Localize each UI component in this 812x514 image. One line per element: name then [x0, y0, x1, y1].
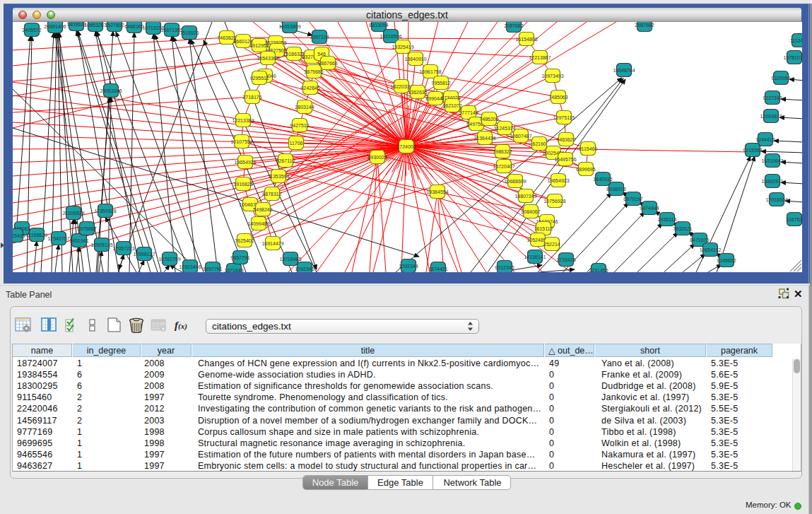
- svg-text:7955812: 7955812: [431, 81, 450, 86]
- svg-text:1724007: 1724007: [396, 144, 416, 149]
- svg-text:19654925: 19654925: [234, 160, 256, 165]
- svg-text:9245652: 9245652: [717, 258, 736, 263]
- svg-text:10607487: 10607487: [510, 134, 531, 139]
- svg-text:13640910: 13640910: [404, 57, 426, 62]
- svg-text:9215958: 9215958: [743, 148, 762, 153]
- svg-text:12093873: 12093873: [760, 114, 782, 119]
- svg-text:8878312: 8878312: [262, 192, 281, 197]
- svg-text:1874421: 1874421: [428, 267, 447, 271]
- svg-text:18220337: 18220337: [390, 84, 412, 89]
- svg-text:7357224: 7357224: [310, 35, 329, 40]
- svg-text:3875685: 3875685: [304, 69, 323, 74]
- svg-text:16154808: 16154808: [515, 37, 537, 42]
- svg-text:10653287: 10653287: [84, 23, 106, 28]
- svg-text:10654112: 10654112: [700, 247, 722, 252]
- svg-text:10107552: 10107552: [230, 139, 252, 144]
- svg-text:546: 546: [317, 52, 326, 57]
- svg-text:18807249: 18807249: [514, 194, 536, 199]
- svg-text:15720407: 15720407: [493, 164, 514, 169]
- svg-text:17957223: 17957223: [112, 246, 134, 251]
- svg-text:9115460: 9115460: [579, 146, 598, 151]
- svg-text:9427512: 9427512: [290, 123, 309, 128]
- svg-text:1403633: 1403633: [66, 22, 86, 27]
- svg-text:10756928: 10756928: [543, 199, 565, 204]
- svg-text:9657791: 9657791: [230, 255, 249, 260]
- svg-text:16210643: 16210643: [761, 158, 783, 163]
- svg-text:8938918: 8938918: [606, 187, 625, 192]
- svg-text:15495756: 15495756: [554, 157, 576, 162]
- svg-text:1292344: 1292344: [399, 264, 418, 269]
- svg-text:7515526: 7515526: [180, 30, 199, 35]
- svg-text:12975115: 12975115: [553, 115, 575, 120]
- svg-text:19384554: 19384554: [426, 189, 448, 194]
- svg-text:8930023: 8930023: [367, 155, 387, 160]
- svg-text:1621072: 1621072: [442, 103, 461, 108]
- svg-text:9329996: 9329996: [771, 76, 790, 81]
- svg-text:2687682: 2687682: [635, 23, 654, 28]
- svg-text:7486206: 7486206: [479, 117, 498, 122]
- svg-text:2087682: 2087682: [504, 23, 523, 28]
- svg-text:3915439: 3915439: [13, 233, 25, 238]
- svg-text:2867668: 2867668: [318, 61, 337, 66]
- svg-text:1092345: 1092345: [295, 267, 314, 271]
- svg-text:6466160: 6466160: [124, 24, 143, 29]
- svg-text:11156829: 11156829: [26, 233, 47, 238]
- svg-text:1615112: 1615112: [534, 226, 553, 231]
- svg-text:16961758: 16961758: [419, 69, 441, 74]
- svg-text:13716485: 13716485: [279, 257, 301, 262]
- svg-text:9295511: 9295511: [250, 76, 269, 81]
- svg-text:9312345: 9312345: [495, 265, 514, 270]
- svg-text:11353594: 11353594: [268, 174, 290, 179]
- svg-text:7485063: 7485063: [548, 95, 567, 100]
- svg-text:1527602: 1527602: [105, 23, 124, 28]
- svg-text:2231455: 2231455: [589, 268, 608, 273]
- svg-text:8267110: 8267110: [276, 158, 295, 163]
- svg-text:9777149: 9777149: [459, 110, 478, 115]
- svg-text:16648784: 16648784: [613, 68, 635, 73]
- svg-text:9227343: 9227343: [763, 95, 782, 100]
- svg-text:11706: 11706: [290, 141, 303, 146]
- svg-text:1112443: 1112443: [790, 38, 802, 43]
- svg-text:15692971: 15692971: [761, 179, 783, 184]
- svg-text:17016504: 17016504: [765, 197, 787, 202]
- svg-text:1244415: 1244415: [755, 137, 775, 142]
- svg-text:15751074: 15751074: [783, 55, 802, 60]
- svg-text:12213383: 12213383: [232, 118, 254, 123]
- svg-text:1916825: 1916825: [233, 182, 252, 187]
- svg-text:8813054: 8813054: [369, 23, 388, 28]
- svg-text:1371648: 1371648: [224, 268, 243, 273]
- svg-text:1733426: 1733426: [556, 257, 575, 262]
- svg-text:116753: 116753: [787, 217, 802, 222]
- svg-text:16543362: 16543362: [257, 56, 278, 61]
- svg-text:12342757: 12342757: [47, 236, 69, 241]
- svg-text:5498242: 5498242: [253, 207, 272, 212]
- svg-text:2718176: 2718176: [242, 95, 261, 100]
- svg-text:19654923: 19654923: [547, 178, 569, 183]
- svg-text:12505135: 12505135: [90, 243, 112, 247]
- svg-text:9474444: 9474444: [640, 206, 659, 211]
- svg-text:10782759: 10782759: [158, 257, 180, 262]
- svg-text:2935114: 2935114: [658, 217, 677, 222]
- svg-text:7625402: 7625402: [235, 238, 254, 243]
- svg-text:10688609: 10688609: [504, 179, 526, 184]
- svg-text:9242845: 9242845: [300, 86, 319, 90]
- svg-text:2803144: 2803144: [295, 105, 314, 110]
- svg-text:20206528: 20206528: [62, 211, 84, 216]
- svg-text:14099489: 14099489: [247, 221, 269, 226]
- svg-text:1640935: 1640935: [593, 177, 612, 182]
- svg-text:16053809: 16053809: [278, 24, 300, 29]
- svg-text:8471676: 8471676: [690, 238, 709, 243]
- svg-text:9975887: 9975887: [77, 226, 96, 231]
- svg-text:9084067: 9084067: [521, 209, 540, 214]
- svg-text:31245374: 31245374: [493, 126, 515, 131]
- svg-text:7632621: 7632621: [673, 226, 692, 231]
- svg-text:12923446: 12923446: [179, 264, 201, 269]
- svg-text:7986322: 7986322: [493, 149, 512, 154]
- svg-text:19218506: 19218506: [379, 34, 401, 39]
- svg-text:17359928: 17359928: [94, 209, 116, 214]
- svg-text:6879197: 6879197: [623, 197, 642, 201]
- svg-text:21364436: 21364436: [473, 136, 495, 141]
- svg-text:1362635: 1362635: [408, 90, 427, 95]
- svg-text:9657791: 9657791: [203, 267, 222, 271]
- svg-text:13325419: 13325419: [392, 45, 413, 49]
